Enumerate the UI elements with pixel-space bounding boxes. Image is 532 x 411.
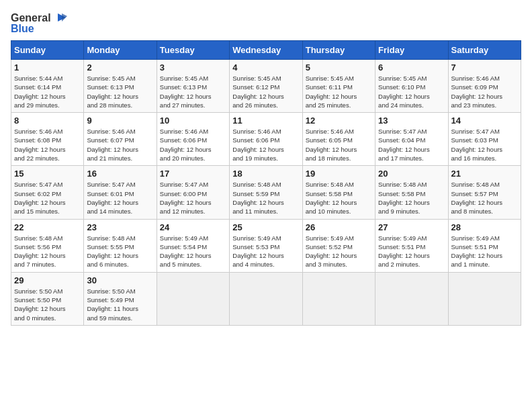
calendar-header-row: SundayMondayTuesdayWednesdayThursdayFrid… [11, 41, 521, 60]
day-number: 2 [87, 62, 153, 73]
calendar-cell [302, 272, 375, 325]
calendar-cell [375, 272, 448, 325]
day-number: 14 [451, 116, 518, 126]
day-number: 24 [160, 222, 226, 232]
day-info: Sunrise: 5:47 AM Sunset: 6:03 PM Dayligh… [451, 127, 518, 163]
day-info: Sunrise: 5:46 AM Sunset: 6:09 PM Dayligh… [451, 74, 518, 109]
calendar-body: 1Sunrise: 5:44 AM Sunset: 6:14 PM Daylig… [11, 60, 521, 326]
day-info: Sunrise: 5:47 AM Sunset: 6:02 PM Dayligh… [14, 180, 81, 216]
day-info: Sunrise: 5:50 AM Sunset: 5:49 PM Dayligh… [87, 287, 153, 322]
day-info: Sunrise: 5:49 AM Sunset: 5:53 PM Dayligh… [232, 234, 299, 269]
calendar-cell: 14Sunrise: 5:47 AM Sunset: 6:03 PM Dayli… [448, 113, 521, 166]
calendar-cell: 13Sunrise: 5:47 AM Sunset: 6:04 PM Dayli… [375, 113, 448, 166]
calendar-cell: 22Sunrise: 5:48 AM Sunset: 5:56 PM Dayli… [11, 219, 84, 272]
calendar-cell: 12Sunrise: 5:46 AM Sunset: 6:05 PM Dayli… [302, 113, 375, 166]
day-info: Sunrise: 5:47 AM Sunset: 6:00 PM Dayligh… [160, 180, 226, 216]
day-number: 16 [87, 169, 153, 179]
column-header-saturday: Saturday [448, 41, 521, 60]
day-number: 8 [14, 116, 81, 126]
day-number: 28 [451, 222, 518, 232]
column-header-friday: Friday [375, 41, 448, 60]
calendar-cell: 16Sunrise: 5:47 AM Sunset: 6:01 PM Dayli… [84, 166, 157, 219]
page-header: General Blue [11, 11, 521, 35]
calendar-cell: 3Sunrise: 5:45 AM Sunset: 6:13 PM Daylig… [157, 60, 229, 113]
day-number: 9 [87, 116, 153, 126]
calendar-cell: 28Sunrise: 5:49 AM Sunset: 5:51 PM Dayli… [448, 219, 521, 272]
day-info: Sunrise: 5:50 AM Sunset: 5:50 PM Dayligh… [14, 287, 81, 322]
calendar-cell: 5Sunrise: 5:45 AM Sunset: 6:11 PM Daylig… [302, 60, 375, 113]
calendar-week-2: 8Sunrise: 5:46 AM Sunset: 6:08 PM Daylig… [11, 113, 521, 166]
calendar-week-5: 29Sunrise: 5:50 AM Sunset: 5:50 PM Dayli… [11, 272, 521, 325]
column-header-sunday: Sunday [11, 41, 84, 60]
svg-marker-1 [62, 13, 67, 21]
calendar-cell: 10Sunrise: 5:46 AM Sunset: 6:06 PM Dayli… [157, 113, 229, 166]
column-header-monday: Monday [84, 41, 157, 60]
day-info: Sunrise: 5:45 AM Sunset: 6:13 PM Dayligh… [87, 74, 153, 109]
calendar-cell: 24Sunrise: 5:49 AM Sunset: 5:54 PM Dayli… [157, 219, 229, 272]
day-info: Sunrise: 5:46 AM Sunset: 6:06 PM Dayligh… [160, 127, 226, 163]
day-number: 22 [14, 222, 81, 232]
calendar-cell: 25Sunrise: 5:49 AM Sunset: 5:53 PM Dayli… [230, 219, 302, 272]
day-info: Sunrise: 5:48 AM Sunset: 5:56 PM Dayligh… [14, 234, 81, 269]
calendar-cell [448, 272, 521, 325]
calendar-cell: 30Sunrise: 5:50 AM Sunset: 5:49 PM Dayli… [84, 272, 157, 325]
day-info: Sunrise: 5:46 AM Sunset: 6:07 PM Dayligh… [87, 127, 153, 163]
day-info: Sunrise: 5:49 AM Sunset: 5:51 PM Dayligh… [451, 234, 518, 269]
day-number: 30 [87, 275, 153, 285]
day-info: Sunrise: 5:47 AM Sunset: 6:01 PM Dayligh… [87, 180, 153, 216]
calendar-cell: 23Sunrise: 5:48 AM Sunset: 5:55 PM Dayli… [84, 219, 157, 272]
day-number: 15 [14, 169, 81, 179]
day-number: 18 [232, 169, 299, 179]
day-number: 29 [14, 275, 81, 285]
day-info: Sunrise: 5:45 AM Sunset: 6:12 PM Dayligh… [232, 74, 299, 109]
day-info: Sunrise: 5:46 AM Sunset: 6:08 PM Dayligh… [14, 127, 81, 163]
column-header-wednesday: Wednesday [230, 41, 302, 60]
calendar-cell: 11Sunrise: 5:46 AM Sunset: 6:06 PM Dayli… [230, 113, 302, 166]
day-number: 1 [14, 62, 81, 73]
day-info: Sunrise: 5:48 AM Sunset: 5:55 PM Dayligh… [87, 234, 153, 269]
day-info: Sunrise: 5:45 AM Sunset: 6:10 PM Dayligh… [378, 74, 445, 109]
day-number: 27 [378, 222, 445, 232]
calendar-cell: 18Sunrise: 5:48 AM Sunset: 5:59 PM Dayli… [230, 166, 302, 219]
calendar-cell: 4Sunrise: 5:45 AM Sunset: 6:12 PM Daylig… [230, 60, 302, 113]
calendar-cell: 6Sunrise: 5:45 AM Sunset: 6:10 PM Daylig… [375, 60, 448, 113]
calendar-cell: 17Sunrise: 5:47 AM Sunset: 6:00 PM Dayli… [157, 166, 229, 219]
day-number: 17 [160, 169, 226, 179]
calendar-cell: 20Sunrise: 5:48 AM Sunset: 5:58 PM Dayli… [375, 166, 448, 219]
day-info: Sunrise: 5:45 AM Sunset: 6:11 PM Dayligh… [306, 74, 372, 109]
day-number: 23 [87, 222, 153, 232]
calendar-cell: 15Sunrise: 5:47 AM Sunset: 6:02 PM Dayli… [11, 166, 84, 219]
day-info: Sunrise: 5:47 AM Sunset: 6:04 PM Dayligh… [378, 127, 445, 163]
day-number: 6 [378, 62, 445, 73]
day-info: Sunrise: 5:49 AM Sunset: 5:52 PM Dayligh… [306, 234, 372, 269]
day-info: Sunrise: 5:48 AM Sunset: 5:59 PM Dayligh… [232, 180, 299, 216]
calendar-week-3: 15Sunrise: 5:47 AM Sunset: 6:02 PM Dayli… [11, 166, 521, 219]
day-info: Sunrise: 5:48 AM Sunset: 5:58 PM Dayligh… [378, 180, 445, 216]
calendar-cell: 1Sunrise: 5:44 AM Sunset: 6:14 PM Daylig… [11, 60, 84, 113]
calendar-cell: 26Sunrise: 5:49 AM Sunset: 5:52 PM Dayli… [302, 219, 375, 272]
day-number: 19 [306, 169, 372, 179]
calendar-week-4: 22Sunrise: 5:48 AM Sunset: 5:56 PM Dayli… [11, 219, 521, 272]
day-number: 13 [378, 116, 445, 126]
day-number: 11 [232, 116, 299, 126]
calendar-cell: 7Sunrise: 5:46 AM Sunset: 6:09 PM Daylig… [448, 60, 521, 113]
column-header-thursday: Thursday [302, 41, 375, 60]
day-number: 10 [160, 116, 226, 126]
calendar-week-1: 1Sunrise: 5:44 AM Sunset: 6:14 PM Daylig… [11, 60, 521, 113]
day-number: 25 [232, 222, 299, 232]
day-info: Sunrise: 5:49 AM Sunset: 5:51 PM Dayligh… [378, 234, 445, 269]
logo: General Blue [11, 11, 67, 35]
calendar-table: SundayMondayTuesdayWednesdayThursdayFrid… [11, 40, 521, 326]
day-number: 21 [451, 169, 518, 179]
day-info: Sunrise: 5:48 AM Sunset: 5:58 PM Dayligh… [306, 180, 372, 216]
calendar-cell: 29Sunrise: 5:50 AM Sunset: 5:50 PM Dayli… [11, 272, 84, 325]
day-number: 5 [306, 62, 372, 73]
day-info: Sunrise: 5:46 AM Sunset: 6:06 PM Dayligh… [232, 127, 299, 163]
calendar-cell: 19Sunrise: 5:48 AM Sunset: 5:58 PM Dayli… [302, 166, 375, 219]
day-number: 12 [306, 116, 372, 126]
day-info: Sunrise: 5:49 AM Sunset: 5:54 PM Dayligh… [160, 234, 226, 269]
calendar-cell: 27Sunrise: 5:49 AM Sunset: 5:51 PM Dayli… [375, 219, 448, 272]
day-info: Sunrise: 5:45 AM Sunset: 6:13 PM Dayligh… [160, 74, 226, 109]
day-number: 3 [160, 62, 226, 73]
day-number: 7 [451, 62, 518, 73]
